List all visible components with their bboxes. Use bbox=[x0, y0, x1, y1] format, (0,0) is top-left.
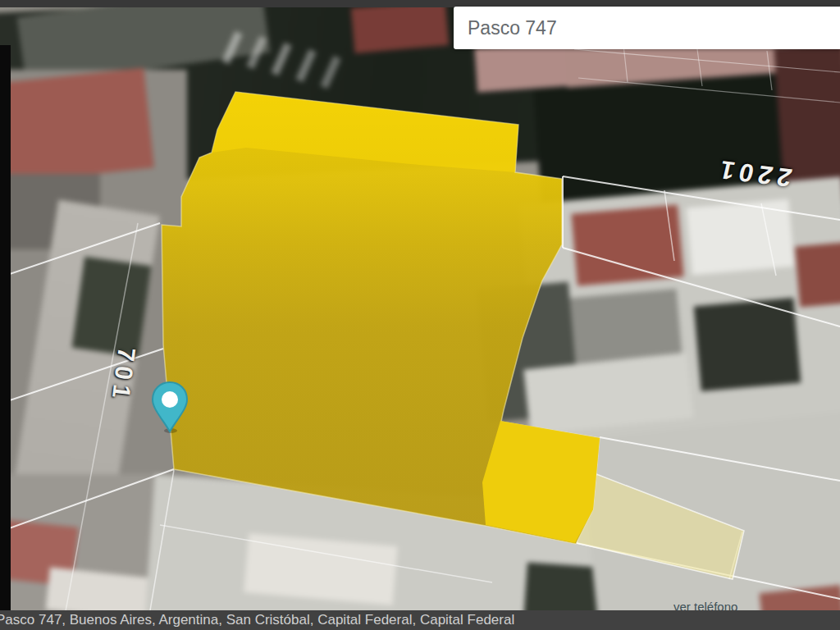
address-bar: Pasco 747, Buenos Aires, Argentina, San … bbox=[0, 610, 840, 630]
search-input[interactable] bbox=[454, 7, 840, 49]
address-text: Pasco 747, Buenos Aires, Argentina, San … bbox=[0, 610, 514, 629]
parcel-strip-translucent bbox=[577, 474, 744, 579]
left-edge-strip bbox=[0, 45, 11, 611]
search-bar bbox=[454, 7, 840, 49]
map-overlay bbox=[0, 0, 840, 630]
map-viewport[interactable]: 2201 701 ver teléfono Pasco 747, Buenos … bbox=[0, 0, 840, 630]
parcel-protrusion bbox=[482, 421, 600, 543]
location-pin-icon bbox=[150, 381, 189, 435]
